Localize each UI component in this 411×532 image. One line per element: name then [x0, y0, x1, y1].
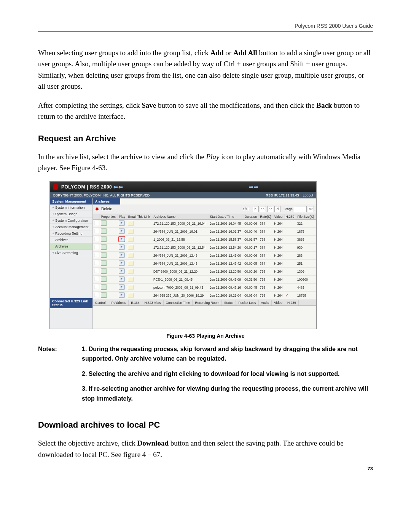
rate: 384	[259, 219, 273, 227]
forward-arrow-icon[interactable]: ⇒⇒	[249, 184, 258, 190]
go-button[interactable]: go	[308, 206, 314, 212]
status-column-header: Audio	[259, 300, 272, 305]
row-checkbox[interactable]	[94, 253, 98, 257]
column-header[interactable]: File Size(K)	[296, 214, 316, 220]
properties-icon[interactable]	[101, 236, 107, 242]
delete-icon[interactable]: ✖	[95, 206, 99, 212]
column-header[interactable]	[93, 214, 100, 220]
properties-icon[interactable]	[101, 268, 107, 274]
row-checkbox[interactable]	[94, 229, 98, 233]
properties-icon[interactable]	[101, 276, 107, 282]
play-icon[interactable]	[119, 228, 125, 234]
column-header[interactable]: Start Date / Time	[209, 214, 243, 220]
table-row[interactable]: 1_2006_06_21_15:58Jun 21,2006 15:58:3700…	[93, 235, 316, 243]
column-header[interactable]: Rate(K)	[259, 214, 273, 220]
play-icon[interactable]	[119, 292, 125, 298]
column-header[interactable]: H.239	[284, 214, 296, 220]
email-link-icon[interactable]	[128, 277, 134, 281]
play-icon[interactable]	[119, 236, 125, 242]
row-checkbox[interactable]	[94, 293, 98, 297]
row-checkbox[interactable]	[94, 277, 98, 281]
section-heading: Download archives to local PC	[38, 420, 373, 430]
sidebar-item[interactable]: +System Configuration	[50, 217, 92, 224]
prev-page-button[interactable]: <<	[260, 206, 266, 212]
h239-flag	[284, 243, 296, 251]
play-icon[interactable]	[119, 244, 125, 250]
email-link-icon[interactable]	[128, 269, 134, 273]
sidebar-item[interactable]: +Account Management	[50, 224, 92, 230]
file-size: 283	[296, 251, 316, 259]
properties-icon[interactable]	[101, 252, 107, 258]
properties-icon[interactable]	[101, 292, 107, 298]
row-checkbox[interactable]	[94, 221, 98, 225]
copyright-bar: COPYRIGHT 2003. POLYCOM, INC. ALL RIGHTS…	[50, 192, 316, 198]
table-row[interactable]: polycom 7000_2006_06_21_09:43Jun 21,2006…	[93, 283, 316, 291]
table-row[interactable]: 264/384_JUN_21_2006_12:45Jun 21,2006 12:…	[93, 251, 316, 259]
row-checkbox[interactable]	[94, 237, 98, 241]
sidebar-item[interactable]: +Live Streaming	[50, 250, 92, 256]
table-row[interactable]: PCS-1_2006_06_21_09:45Jun 21,2006 09:45:…	[93, 275, 316, 283]
sidebar-item[interactable]: Archives	[50, 243, 92, 250]
table-row[interactable]: 264 768 239_JUN_20_2006_19:29Jun 20,2006…	[93, 291, 316, 299]
table-row[interactable]: 172.21.120.153_2006_06_21_16:04Jun 21,20…	[93, 219, 316, 227]
file-size: 1875	[296, 227, 316, 235]
play-icon[interactable]	[119, 220, 125, 226]
main-tab[interactable]: Archives	[93, 198, 120, 204]
column-header[interactable]: Archives Name	[152, 214, 209, 220]
file-size: 930	[296, 243, 316, 251]
email-link-icon[interactable]	[128, 237, 134, 241]
properties-icon[interactable]	[101, 260, 107, 266]
row-checkbox[interactable]	[94, 285, 98, 289]
properties-icon[interactable]	[101, 284, 107, 290]
play-icon[interactable]	[119, 276, 125, 282]
status-column-header: Video	[272, 300, 285, 305]
email-link-icon[interactable]	[128, 253, 134, 257]
email-link-icon[interactable]	[128, 285, 134, 289]
table-row[interactable]: 172.21.120.153_2006_06_21_12:54Jun 21,20…	[93, 243, 316, 251]
row-checkbox[interactable]	[94, 269, 98, 273]
email-link-icon[interactable]	[128, 261, 134, 265]
table-row[interactable]: 264/384_JUN_21_2006_12:43Jun 21,2006 12:…	[93, 259, 316, 267]
row-checkbox[interactable]	[94, 245, 98, 249]
properties-icon[interactable]	[101, 228, 107, 234]
email-link-icon[interactable]	[128, 293, 134, 297]
play-icon[interactable]	[119, 268, 125, 274]
sidebar-item[interactable]: +System Information	[50, 204, 92, 211]
column-header[interactable]: Play	[118, 214, 127, 220]
file-size: 4483	[296, 283, 316, 291]
delete-label[interactable]: Delete	[101, 207, 112, 211]
archive-name: polycom 7000_2006_06_21_09:43	[152, 283, 209, 291]
email-link-icon[interactable]	[128, 229, 134, 233]
table-row[interactable]: 264/384_JUN_21_2006_16:01Jun 21,2006 16:…	[93, 227, 316, 235]
column-header[interactable]: Duration	[243, 214, 258, 220]
properties-icon[interactable]	[101, 220, 107, 226]
play-icon[interactable]	[119, 252, 125, 258]
column-header[interactable]: Email This Link	[127, 214, 152, 220]
last-page-button[interactable]: >|	[274, 206, 280, 212]
video-codec: H.264	[273, 267, 284, 275]
sidebar-item[interactable]: +Recording Setting	[50, 230, 92, 237]
sidebar-item[interactable]: +System Usage	[50, 211, 92, 217]
h239-flag	[284, 227, 296, 235]
play-icon[interactable]	[119, 260, 125, 266]
rate: 768	[259, 291, 273, 299]
properties-icon[interactable]	[101, 244, 107, 250]
archive-name: 264/384_JUN_21_2006_12:43	[152, 259, 209, 267]
logout-link[interactable]: Logout	[303, 193, 313, 197]
status-column-header: Control	[93, 300, 108, 305]
back-arrow-icon[interactable]: ⇐⇐	[113, 184, 123, 190]
figure-screenshot: POLYCOM | RSS 2000 ⇐⇐ ⇒⇒ COPYRIGHT 2003.…	[49, 181, 373, 329]
start-time: Jun 21,2006 15:58:37	[209, 235, 243, 243]
table-row[interactable]: DST 6800_2006_06_21_12:20Jun 21,2006 12:…	[93, 267, 316, 275]
play-icon[interactable]	[119, 284, 125, 290]
email-link-icon[interactable]	[128, 245, 134, 249]
sidebar-item[interactable]: -Archives	[50, 237, 92, 243]
first-page-button[interactable]: |<	[253, 206, 259, 212]
h239-flag	[284, 219, 296, 227]
row-checkbox[interactable]	[94, 261, 98, 265]
column-header[interactable]: Properties	[100, 214, 118, 220]
next-page-button[interactable]: >>	[267, 206, 273, 212]
email-link-icon[interactable]	[128, 221, 134, 225]
column-header[interactable]: Video	[273, 214, 284, 220]
page-input[interactable]	[294, 206, 307, 212]
